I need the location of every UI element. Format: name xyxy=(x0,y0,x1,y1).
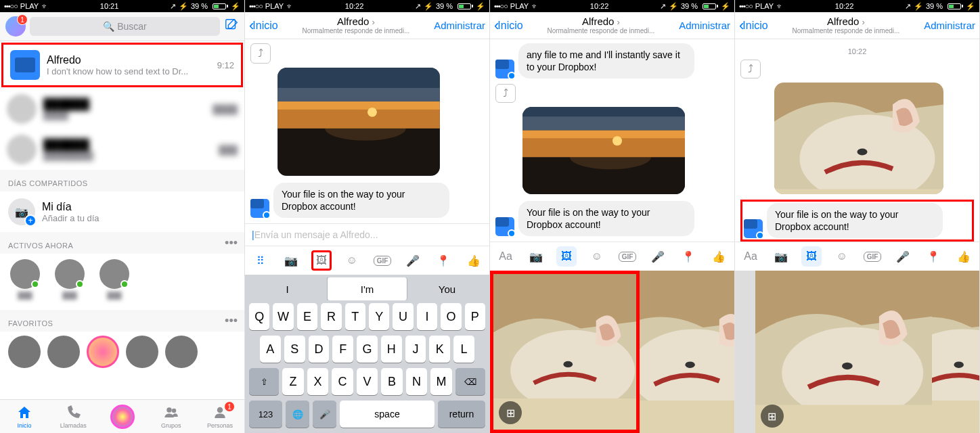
key-x[interactable]: X xyxy=(307,368,329,395)
key-w[interactable]: W xyxy=(273,303,293,330)
gif-icon[interactable]: GIF xyxy=(617,246,638,267)
active-user[interactable]: ███ xyxy=(97,259,131,299)
photo-thumbnail-selected[interactable]: ⊞ xyxy=(490,271,640,433)
photo-thumbnail[interactable] xyxy=(640,271,734,433)
message-image-dog[interactable] xyxy=(774,83,943,194)
conversation-alfredo[interactable]: Alfredo I don't know how to send text to… xyxy=(1,43,243,87)
location-icon[interactable]: 📍 xyxy=(433,250,453,271)
message-input[interactable]: |Envía un mensaje a Alfredo... xyxy=(245,223,489,246)
gif-icon[interactable]: GIF xyxy=(862,246,883,267)
search-input[interactable]: 🔍 Buscar xyxy=(30,17,220,36)
key-z[interactable]: Z xyxy=(282,368,304,395)
chat-title[interactable]: Alfredo › xyxy=(523,16,679,28)
gallery-icon[interactable]: 🖼 xyxy=(311,250,332,271)
favorite-user[interactable] xyxy=(47,336,80,368)
key-a[interactable]: A xyxy=(260,336,281,363)
tab-grupos[interactable]: Grupos xyxy=(147,400,196,433)
location-icon[interactable]: 📍 xyxy=(923,246,943,267)
back-button[interactable]: ‹Inicio xyxy=(739,17,768,35)
grid-icon[interactable]: ⊞ xyxy=(499,401,522,424)
key-e[interactable]: E xyxy=(297,303,317,330)
back-button[interactable]: ‹Inicio xyxy=(249,17,278,35)
key-p[interactable]: P xyxy=(465,303,485,330)
emoji-icon[interactable]: ☺ xyxy=(832,246,852,267)
key-m[interactable]: M xyxy=(430,368,452,395)
camera-icon[interactable]: 📷 xyxy=(526,246,546,267)
key-n[interactable]: N xyxy=(406,368,428,395)
share-icon[interactable]: ⤴ xyxy=(250,43,271,64)
my-day-button[interactable]: 📷+ Mi día Añadir a tu día xyxy=(0,191,244,232)
photo-thumbnail[interactable] xyxy=(735,271,755,433)
key-g[interactable]: G xyxy=(357,336,378,363)
tab-personas[interactable]: Personas1 xyxy=(196,400,244,433)
text-icon[interactable]: Aa xyxy=(495,246,516,267)
like-icon[interactable]: 👍 xyxy=(464,250,484,271)
key-f[interactable]: F xyxy=(332,336,353,363)
admin-button[interactable]: Administrar xyxy=(434,20,485,31)
favorite-user[interactable] xyxy=(87,336,119,368)
numbers-key[interactable]: 123 xyxy=(249,401,282,428)
key-s[interactable]: S xyxy=(284,336,305,363)
text-icon[interactable]: Aa xyxy=(740,246,761,267)
share-icon[interactable]: ⤴ xyxy=(495,84,516,103)
key-h[interactable]: H xyxy=(381,336,402,363)
admin-button[interactable]: Administrar xyxy=(679,20,730,31)
back-button[interactable]: ‹Inicio xyxy=(494,17,523,35)
compose-button[interactable] xyxy=(224,18,239,35)
voice-icon[interactable]: 🎤 xyxy=(893,246,913,267)
tab-llamadas[interactable]: Llamadas xyxy=(49,400,97,433)
grid-icon[interactable]: ⊞ xyxy=(761,405,784,428)
key-v[interactable]: V xyxy=(357,368,378,395)
gif-icon[interactable]: GIF xyxy=(372,250,393,271)
mic-key[interactable]: 🎤 xyxy=(313,401,336,428)
key-d[interactable]: D xyxy=(309,336,330,363)
message-image-sunset[interactable] xyxy=(277,68,440,176)
camera-icon[interactable]: 📷 xyxy=(771,246,791,267)
photo-thumbnail[interactable]: ⊞ xyxy=(755,271,932,433)
suggestion[interactable]: I xyxy=(248,277,328,300)
key-u[interactable]: U xyxy=(393,303,413,330)
more-button[interactable]: ••• xyxy=(225,236,244,250)
like-icon[interactable]: 👍 xyxy=(954,246,974,267)
key-c[interactable]: C xyxy=(332,368,353,395)
location-icon[interactable]: 📍 xyxy=(678,246,698,267)
key-r[interactable]: R xyxy=(321,303,341,330)
tab-camera[interactable] xyxy=(97,400,146,433)
key-t[interactable]: T xyxy=(345,303,365,330)
key-j[interactable]: J xyxy=(405,336,426,363)
profile-avatar[interactable]: 1 xyxy=(5,16,26,37)
chat-title[interactable]: Alfredo › xyxy=(768,16,924,28)
photo-thumbnail[interactable] xyxy=(932,271,979,433)
key-k[interactable]: K xyxy=(429,336,450,363)
admin-button[interactable]: Administrar xyxy=(924,20,975,31)
gallery-icon[interactable]: 🖼 xyxy=(556,246,577,267)
chat-title[interactable]: Alfredo › xyxy=(278,16,434,28)
conversation-blurred[interactable]: ██████████████ ███ xyxy=(0,129,244,170)
key-o[interactable]: O xyxy=(441,303,461,330)
favorite-user[interactable] xyxy=(126,336,158,368)
key-l[interactable]: L xyxy=(453,336,474,363)
active-user[interactable]: ███ xyxy=(8,259,42,299)
voice-icon[interactable]: 🎤 xyxy=(648,246,668,267)
like-icon[interactable]: 👍 xyxy=(709,246,729,267)
shift-key[interactable]: ⇧ xyxy=(249,368,279,395)
backspace-key[interactable]: ⌫ xyxy=(455,368,485,395)
apps-icon[interactable]: ⠿ xyxy=(250,250,271,271)
voice-icon[interactable]: 🎤 xyxy=(403,250,423,271)
suggestion[interactable]: You xyxy=(407,277,487,300)
suggestion[interactable]: I'm xyxy=(328,277,407,300)
conversation-blurred[interactable]: ██████████ ████ xyxy=(0,89,244,129)
key-i[interactable]: I xyxy=(417,303,437,330)
tab-inicio[interactable]: Inicio xyxy=(0,400,49,433)
favorite-user[interactable] xyxy=(8,336,41,368)
favorite-user[interactable] xyxy=(165,336,198,368)
gallery-icon[interactable]: 🖼 xyxy=(801,246,822,267)
emoji-icon[interactable]: ☺ xyxy=(342,250,362,271)
more-button[interactable]: ••• xyxy=(225,314,244,328)
share-icon[interactable]: ⤴ xyxy=(740,60,761,78)
return-key[interactable]: return xyxy=(438,401,485,428)
emoji-icon[interactable]: ☺ xyxy=(587,246,607,267)
camera-icon[interactable]: 📷 xyxy=(281,250,301,271)
space-key[interactable]: space xyxy=(340,401,435,428)
key-b[interactable]: B xyxy=(381,368,403,395)
